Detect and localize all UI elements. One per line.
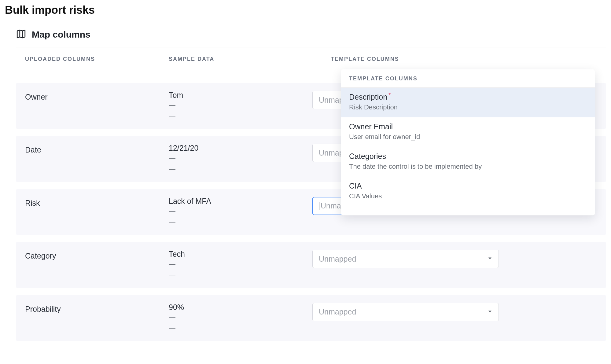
dropdown-option[interactable]: CategoriesThe date the control is to be … xyxy=(341,147,595,177)
sample-empty: — xyxy=(169,153,312,163)
dropdown-option[interactable]: Owner EmailUser email for owner_id xyxy=(341,117,595,147)
dropdown-option-description: User email for owner_id xyxy=(349,133,587,141)
column-mapping-row: CategoryTech——Unmapped xyxy=(16,242,606,288)
required-asterisk-icon: * xyxy=(388,92,391,98)
sample-value: 90% xyxy=(169,303,312,312)
dropdown-option-label: Categories xyxy=(349,152,386,161)
caret-down-icon xyxy=(487,307,493,316)
table-headers: UPLOADED COLUMNS SAMPLE DATA TEMPLATE CO… xyxy=(16,47,606,71)
uploaded-column-name: Probability xyxy=(25,303,169,314)
uploaded-column-name: Date xyxy=(25,144,169,154)
sample-data-header: SAMPLE DATA xyxy=(169,56,214,62)
dropdown-option-description: Risk Description xyxy=(349,103,587,111)
caret-down-icon xyxy=(487,255,493,263)
sample-empty: — xyxy=(169,206,312,216)
map-columns-title: Map columns xyxy=(32,29,90,40)
column-mapping-row: Probability90%——Unmapped xyxy=(16,295,606,341)
sample-empty: — xyxy=(169,312,312,322)
text-cursor xyxy=(319,202,319,210)
dropdown-option-partial[interactable] xyxy=(341,206,595,215)
sample-empty: — xyxy=(169,322,312,333)
template-column-select[interactable]: Unmapped xyxy=(312,303,499,321)
sample-empty: — xyxy=(169,216,312,227)
page-title: Bulk import risks xyxy=(5,4,606,17)
map-columns-header: Map columns xyxy=(16,29,606,47)
template-column-dropdown[interactable]: TEMPLATE COLUMNS Description*Risk Descri… xyxy=(341,69,595,215)
dropdown-option-description: CIA Values xyxy=(349,192,587,200)
dropdown-option-label: CIA xyxy=(349,182,362,190)
dropdown-option[interactable]: Description*Risk Description xyxy=(341,88,595,117)
template-columns-header: TEMPLATE COLUMNS xyxy=(331,56,399,62)
dropdown-option-description: The date the control is to be implemente… xyxy=(349,163,587,171)
sample-empty: — xyxy=(169,100,312,110)
sample-value: Tech xyxy=(169,250,312,259)
dropdown-header: TEMPLATE COLUMNS xyxy=(341,69,595,88)
rows-container: OwnerTom——UnmappedDate12/21/20——Unmapped… xyxy=(16,71,606,341)
map-columns-section: Map columns UPLOADED COLUMNS SAMPLE DATA… xyxy=(5,29,606,341)
template-column-select[interactable]: Unmapped xyxy=(312,250,499,268)
sample-value: 12/21/20 xyxy=(169,144,312,153)
dropdown-option-label: Description xyxy=(349,93,387,101)
sample-empty: — xyxy=(169,110,312,121)
uploaded-column-name: Category xyxy=(25,250,169,260)
sample-value: Tom xyxy=(169,91,312,100)
select-placeholder: Unmapped xyxy=(319,255,356,263)
uploaded-column-name: Owner xyxy=(25,91,169,101)
map-icon xyxy=(16,29,26,40)
uploaded-column-name: Risk xyxy=(25,197,169,208)
sample-value: Lack of MFA xyxy=(169,197,312,206)
bulk-import-risks-page: Bulk import risks Map columns UPLOADED C… xyxy=(0,0,611,341)
sample-empty: — xyxy=(169,164,312,174)
dropdown-option-label: Owner Email xyxy=(349,122,393,131)
dropdown-option[interactable]: CIACIA Values xyxy=(341,177,595,206)
sample-empty: — xyxy=(169,259,312,269)
select-placeholder: Unmapped xyxy=(319,307,356,316)
sample-empty: — xyxy=(169,269,312,280)
uploaded-columns-header: UPLOADED COLUMNS xyxy=(25,56,95,62)
